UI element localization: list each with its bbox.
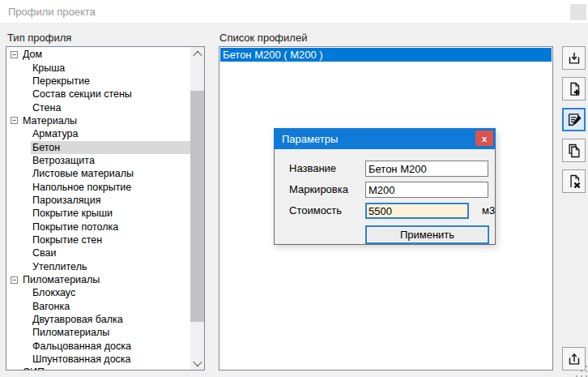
scrollbar-down-button[interactable] xyxy=(190,356,204,370)
tree-item-label: Фальцованная доска xyxy=(31,340,190,353)
tree-item[interactable]: Пиломатериалы xyxy=(6,326,190,339)
tree-item[interactable]: Сваи xyxy=(6,246,190,259)
tree-scrollbar[interactable] xyxy=(190,47,204,370)
tree-item-label: Утеплитель xyxy=(31,260,190,273)
tree-item[interactable]: Фальцованная доска xyxy=(6,340,190,353)
tree-item[interactable]: Покрытие крыши xyxy=(6,207,190,220)
tree-item[interactable]: Вагонка xyxy=(6,300,190,313)
tree-item-label: Покрытие крыши xyxy=(31,207,190,220)
tree-item[interactable]: Крыша xyxy=(6,61,190,74)
name-field[interactable] xyxy=(365,161,488,177)
add-profile-button[interactable] xyxy=(562,77,586,101)
tree-item-label: Покрытие потолка xyxy=(31,221,190,233)
name-field-label: Название xyxy=(289,161,336,177)
tree-item-label: Шпунтованная доска xyxy=(31,353,190,366)
parameters-dialog: Параметры x Название Маркировка Стоимост… xyxy=(274,128,496,245)
window-title: Профили проекта xyxy=(8,6,96,18)
import-profile-button[interactable] xyxy=(562,46,586,70)
tree-item[interactable]: Утеплитель xyxy=(6,260,190,273)
tree-item[interactable]: Листовые материалы xyxy=(6,167,190,180)
window-close-button[interactable] xyxy=(570,4,586,20)
profile-list-item[interactable]: Бетон М200 ( М200 ) xyxy=(220,48,552,62)
edit-profile-button[interactable] xyxy=(562,108,586,131)
documents-copy-icon xyxy=(565,142,583,160)
marking-field[interactable] xyxy=(365,182,488,198)
profile-type-tree: −ДомКрышаПерекрытиеСостав секции стеныСт… xyxy=(6,46,205,371)
cost-field[interactable] xyxy=(365,203,469,219)
tree-item[interactable]: −Пиломатериалы xyxy=(6,273,190,286)
collapse-minus-icon[interactable]: − xyxy=(11,51,18,58)
tree-item-label: Сваи xyxy=(31,246,190,259)
tree-items: −ДомКрышаПерекрытиеСостав секции стеныСт… xyxy=(6,48,190,370)
scrollbar-up-button[interactable] xyxy=(190,47,204,61)
tree-item[interactable]: Напольное покрытие xyxy=(6,180,190,193)
tree-item-label: Ветрозащита xyxy=(31,154,190,167)
tree-item-label: Перекрытие xyxy=(31,75,190,88)
tree-item[interactable]: −Материалы xyxy=(6,114,190,127)
tree-item[interactable]: Стена xyxy=(6,101,190,114)
tree-item[interactable]: −Дом xyxy=(6,48,190,61)
document-pencil-icon xyxy=(565,111,583,129)
tree-item[interactable]: Шпунтованная доска xyxy=(6,353,190,366)
tree-item-label: Блокхаус xyxy=(31,286,190,299)
tree-item-label: Стена xyxy=(31,101,190,114)
tree-item-label: Пиломатериалы xyxy=(31,326,190,339)
tree-item-label: Крыша xyxy=(31,62,190,75)
tree-item[interactable]: Состав секции стены xyxy=(6,88,190,101)
tree-item-label: Напольное покрытие xyxy=(31,181,190,194)
copy-profile-button[interactable] xyxy=(562,139,586,162)
profile-list-label: Список профилей xyxy=(219,32,307,44)
tree-item-label: Материалы xyxy=(21,114,190,127)
tree-item-label: СИП xyxy=(21,366,190,370)
marking-field-label: Маркировка xyxy=(289,182,348,198)
dialog-title: Параметры xyxy=(282,133,338,145)
tree-item-label: Дом xyxy=(21,48,190,61)
tree-item-label: Покрытие стен xyxy=(31,233,190,246)
collapse-minus-icon[interactable]: − xyxy=(11,276,18,284)
resize-grip[interactable] xyxy=(576,366,587,377)
tree-item[interactable]: Ветрозащита xyxy=(6,154,190,167)
dialog-titlebar[interactable]: Параметры x xyxy=(274,128,496,149)
tree-item-label: Вагонка xyxy=(31,300,190,313)
tree-item[interactable]: Покрытие потолка xyxy=(6,220,190,233)
tree-item-label: Пароизаляция xyxy=(31,194,190,207)
document-plus-icon xyxy=(565,80,583,98)
tree-item-label: Бетон xyxy=(31,141,190,154)
tree-item-label: Арматура xyxy=(31,127,190,140)
tree-item-label: Пиломатериалы xyxy=(21,273,190,286)
window-titlebar: Профили проекта xyxy=(0,0,588,23)
tree-item[interactable]: Перекрытие xyxy=(6,75,190,88)
tree-item[interactable]: Покрытие стен xyxy=(6,233,190,246)
tray-arrow-down-icon xyxy=(565,49,583,67)
dialog-close-button[interactable]: x xyxy=(475,131,493,146)
document-x-icon xyxy=(565,173,583,191)
delete-profile-button[interactable] xyxy=(562,169,586,193)
tree-item[interactable]: Арматура xyxy=(6,127,190,140)
chevron-up-icon xyxy=(193,50,202,59)
tree-item[interactable]: Двутавровая балка xyxy=(6,313,190,326)
tree-item-label: Двутавровая балка xyxy=(31,313,190,326)
tree-item[interactable]: Блокхаус xyxy=(6,286,190,299)
tree-item[interactable]: Пароизаляция xyxy=(6,194,190,207)
tree-item[interactable]: СИП xyxy=(6,366,190,370)
collapse-minus-icon[interactable]: − xyxy=(11,117,18,124)
tree-item-label: Листовые материалы xyxy=(31,167,190,180)
cost-field-label: Стоимость xyxy=(289,203,342,219)
profile-type-label: Тип профиля xyxy=(7,32,71,44)
scrollbar-thumb[interactable] xyxy=(190,91,204,322)
project-profiles-window: Профили проекта Тип профиля Список профи… xyxy=(0,0,588,377)
apply-button[interactable]: Применить xyxy=(365,225,489,244)
cost-unit-label: м3 xyxy=(482,203,495,219)
tree-item[interactable]: Бетон xyxy=(6,140,190,153)
tree-item-label: Состав секции стены xyxy=(31,88,190,101)
chevron-down-icon xyxy=(193,357,202,366)
